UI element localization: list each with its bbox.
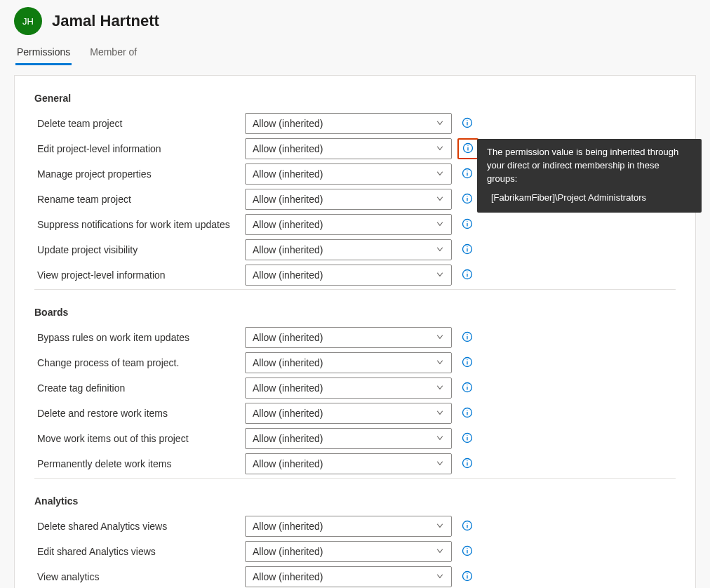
info-icon <box>462 457 473 471</box>
info-button[interactable] <box>457 269 477 282</box>
info-button[interactable] <box>457 243 477 257</box>
avatar-initials: JH <box>22 16 34 27</box>
chevron-down-icon <box>436 433 444 444</box>
svg-point-38 <box>467 460 467 461</box>
info-button[interactable] <box>457 331 477 345</box>
permission-label: Delete team project <box>34 118 245 129</box>
permission-label: View project-level information <box>34 269 245 281</box>
svg-point-44 <box>467 548 467 549</box>
info-icon <box>462 545 473 559</box>
permission-select[interactable]: Allow (inherited) <box>245 516 452 537</box>
svg-point-41 <box>467 523 467 523</box>
permission-label: Delete and restore work items <box>34 408 245 419</box>
permission-value: Allow (inherited) <box>253 546 323 557</box>
permission-select[interactable]: Allow (inherited) <box>245 163 452 185</box>
info-button[interactable] <box>457 432 477 446</box>
permission-row: Update project visibilityAllow (inherite… <box>34 237 676 262</box>
info-icon <box>462 570 473 584</box>
tab-bar: Permissions Member of <box>0 41 710 65</box>
permission-value: Allow (inherited) <box>253 219 323 230</box>
permission-label: Suppress notifications for work item upd… <box>34 219 245 230</box>
info-icon <box>462 382 473 395</box>
permission-label: Delete shared Analytics views <box>34 521 245 532</box>
permission-value: Allow (inherited) <box>253 244 323 255</box>
info-icon <box>462 432 473 446</box>
info-icon <box>462 243 473 257</box>
info-icon <box>462 168 473 181</box>
permission-row: Delete team projectAllow (inherited) <box>34 111 676 136</box>
chevron-down-icon <box>436 194 444 205</box>
info-icon <box>462 193 473 206</box>
info-button[interactable] <box>457 520 477 533</box>
section-heading: General <box>34 93 676 104</box>
permission-select[interactable]: Allow (inherited) <box>245 566 452 587</box>
info-icon <box>462 356 473 370</box>
permission-select[interactable]: Allow (inherited) <box>245 352 452 373</box>
permissions-section: Bypass rules on work item updatesAllow (… <box>34 325 676 479</box>
svg-point-35 <box>467 435 467 436</box>
section-heading: Analytics <box>34 495 676 507</box>
permission-select[interactable]: Allow (inherited) <box>245 327 452 348</box>
chevron-down-icon <box>436 219 444 230</box>
tooltip-group: [FabrikamFiber]\Project Administrators <box>487 192 692 205</box>
permission-select[interactable]: Allow (inherited) <box>245 138 452 159</box>
chevron-down-icon <box>436 571 444 582</box>
info-button[interactable] <box>457 407 477 420</box>
permission-select[interactable]: Allow (inherited) <box>245 428 452 449</box>
permission-select[interactable]: Allow (inherited) <box>245 189 452 210</box>
info-icon <box>462 520 473 533</box>
permission-label: View analytics <box>34 571 245 582</box>
tab-member-of[interactable]: Member of <box>88 41 138 65</box>
info-icon <box>462 218 473 232</box>
svg-point-5 <box>467 145 468 146</box>
svg-point-29 <box>467 385 467 385</box>
permission-select[interactable]: Allow (inherited) <box>245 265 452 286</box>
permission-select[interactable]: Allow (inherited) <box>245 453 452 474</box>
permission-row: Delete shared Analytics viewsAllow (inhe… <box>34 514 676 539</box>
info-button[interactable] <box>457 117 477 131</box>
info-button[interactable] <box>457 382 477 395</box>
info-button[interactable] <box>457 457 477 471</box>
permission-row: Permanently delete work itemsAllow (inhe… <box>34 451 676 476</box>
page-title: Jamal Hartnett <box>52 12 159 30</box>
info-icon <box>462 331 473 345</box>
permission-select[interactable]: Allow (inherited) <box>245 214 452 235</box>
permission-value: Allow (inherited) <box>253 458 323 469</box>
permission-row: Create tag definitionAllow (inherited) <box>34 375 676 401</box>
permission-label: Create tag definition <box>34 382 245 394</box>
permission-label: Manage project properties <box>34 168 245 180</box>
svg-point-2 <box>467 120 467 121</box>
permission-row: Bypass rules on work item updatesAllow (… <box>34 325 676 350</box>
chevron-down-icon <box>436 118 444 129</box>
tab-permissions[interactable]: Permissions <box>15 41 72 65</box>
svg-point-26 <box>467 359 467 360</box>
permissions-section: Delete shared Analytics viewsAllow (inhe… <box>34 514 676 588</box>
info-button[interactable] <box>457 168 477 181</box>
permission-select[interactable]: Allow (inherited) <box>245 377 452 399</box>
permission-value: Allow (inherited) <box>253 168 323 180</box>
permission-label: Move work items out of this project <box>34 433 245 444</box>
permission-select[interactable]: Allow (inherited) <box>245 403 452 424</box>
info-button[interactable] <box>457 193 477 206</box>
chevron-down-icon <box>436 458 444 469</box>
info-button[interactable] <box>457 356 477 370</box>
chevron-down-icon <box>436 546 444 557</box>
info-button[interactable] <box>457 545 477 559</box>
permission-row: Delete and restore work itemsAllow (inhe… <box>34 401 676 426</box>
permission-value: Allow (inherited) <box>253 143 323 154</box>
permission-select[interactable]: Allow (inherited) <box>245 239 452 260</box>
permission-label: Rename team project <box>34 194 245 205</box>
info-button[interactable] <box>457 570 477 584</box>
svg-point-14 <box>467 221 467 222</box>
permission-value: Allow (inherited) <box>253 521 323 532</box>
permission-row: Change process of team project.Allow (in… <box>34 350 676 375</box>
permission-select[interactable]: Allow (inherited) <box>245 113 452 134</box>
permission-value: Allow (inherited) <box>253 408 323 419</box>
chevron-down-icon <box>436 357 444 368</box>
permission-select[interactable]: Allow (inherited) <box>245 541 452 562</box>
info-button[interactable] <box>457 218 477 232</box>
permission-row: View analyticsAllow (inherited) <box>34 564 676 588</box>
permission-value: Allow (inherited) <box>253 118 323 129</box>
info-button[interactable] <box>457 138 478 159</box>
permission-row: View project-level informationAllow (inh… <box>34 262 676 288</box>
